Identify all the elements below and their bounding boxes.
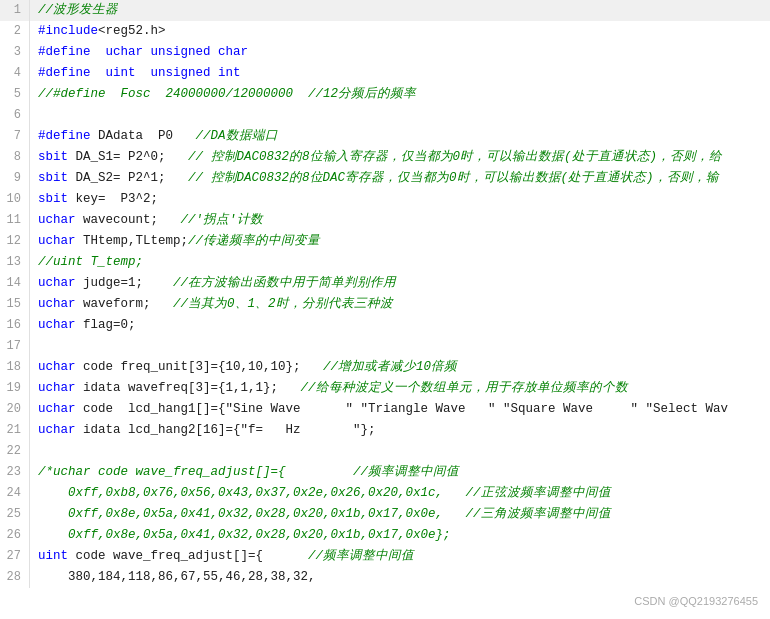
table-row: 9sbit DA_S2= P2^1; // 控制DAC0832的8位DAC寄存器… bbox=[0, 168, 770, 189]
line-number: 20 bbox=[0, 399, 30, 420]
line-number: 18 bbox=[0, 357, 30, 378]
code-token: code lcd_hang1[]={"Sine Wave " "Triangle… bbox=[76, 402, 729, 416]
line-code: uchar idata lcd_hang2[16]={"f= Hz "}; bbox=[30, 420, 771, 441]
line-number: 4 bbox=[0, 63, 30, 84]
table-row: 1//波形发生器 bbox=[0, 0, 770, 21]
code-token: uchar bbox=[38, 213, 76, 227]
line-number: 13 bbox=[0, 252, 30, 273]
code-token: unsigned bbox=[151, 45, 211, 59]
code-token: judge=1; bbox=[76, 276, 174, 290]
line-code: #define uchar unsigned char bbox=[30, 42, 771, 63]
table-row: 19uchar idata wavefreq[3]={1,1,1}; //给每种… bbox=[0, 378, 770, 399]
code-token: /*uchar code wave_freq_adjust[]={ //频率调整… bbox=[38, 465, 459, 479]
table-row: 14uchar judge=1; //在方波输出函数中用于简单判别作用 bbox=[0, 273, 770, 294]
line-number: 7 bbox=[0, 126, 30, 147]
line-code: uchar wavecount; //'拐点'计数 bbox=[30, 210, 771, 231]
line-number: 11 bbox=[0, 210, 30, 231]
table-row: 10sbit key= P3^2; bbox=[0, 189, 770, 210]
code-token: //DA数据端口 bbox=[196, 129, 278, 143]
code-editor: 1//波形发生器2#include<reg52.h>3#define uchar… bbox=[0, 0, 770, 619]
table-row: 23/*uchar code wave_freq_adjust[]={ //频率… bbox=[0, 462, 770, 483]
code-token: flag=0; bbox=[76, 318, 136, 332]
line-code bbox=[30, 441, 771, 462]
code-token: sbit bbox=[38, 171, 68, 185]
code-token: uchar bbox=[38, 423, 76, 437]
table-row: 16uchar flag=0; bbox=[0, 315, 770, 336]
code-token: uchar bbox=[38, 381, 76, 395]
line-number: 12 bbox=[0, 231, 30, 252]
table-row: 13//uint T_temp; bbox=[0, 252, 770, 273]
code-token: code freq_unit[3]={10,10,10}; bbox=[76, 360, 324, 374]
code-token: sbit bbox=[38, 192, 68, 206]
line-number: 2 bbox=[0, 21, 30, 42]
line-number: 5 bbox=[0, 84, 30, 105]
table-row: 3#define uchar unsigned char bbox=[0, 42, 770, 63]
code-token: uint bbox=[106, 66, 136, 80]
line-number: 21 bbox=[0, 420, 30, 441]
line-code: uchar code lcd_hang1[]={"Sine Wave " "Tr… bbox=[30, 399, 771, 420]
code-token bbox=[143, 45, 151, 59]
code-token: #define bbox=[38, 66, 91, 80]
line-number: 25 bbox=[0, 504, 30, 525]
line-code: uint code wave_freq_adjust[]={ //频率调整中间值 bbox=[30, 546, 771, 567]
line-code: uchar judge=1; //在方波输出函数中用于简单判别作用 bbox=[30, 273, 771, 294]
line-number: 3 bbox=[0, 42, 30, 63]
line-code: //#define Fosc 24000000/12000000 //12分频后… bbox=[30, 84, 771, 105]
code-token: #define bbox=[38, 129, 91, 143]
code-token: // 控制DAC0832的8位输入寄存器，仅当都为0时，可以输出数据(处于直通状… bbox=[188, 150, 722, 164]
line-number: 8 bbox=[0, 147, 30, 168]
code-token bbox=[211, 45, 219, 59]
line-code: uchar flag=0; bbox=[30, 315, 771, 336]
code-token: uchar bbox=[38, 297, 76, 311]
code-token: #define bbox=[38, 45, 91, 59]
line-number: 16 bbox=[0, 315, 30, 336]
line-code: //波形发生器 bbox=[30, 0, 771, 21]
line-number: 23 bbox=[0, 462, 30, 483]
line-number: 10 bbox=[0, 189, 30, 210]
line-code: sbit key= P3^2; bbox=[30, 189, 771, 210]
table-row: 26 0xff,0x8e,0x5a,0x41,0x32,0x28,0x20,0x… bbox=[0, 525, 770, 546]
table-row: 24 0xff,0xb8,0x76,0x56,0x43,0x37,0x2e,0x… bbox=[0, 483, 770, 504]
code-token bbox=[136, 66, 151, 80]
code-token: uchar bbox=[38, 360, 76, 374]
line-number: 24 bbox=[0, 483, 30, 504]
code-token bbox=[91, 45, 106, 59]
line-code: #define DАdata P0 //DA数据端口 bbox=[30, 126, 771, 147]
table-row: 17 bbox=[0, 336, 770, 357]
table-row: 22 bbox=[0, 441, 770, 462]
table-row: 4#define uint unsigned int bbox=[0, 63, 770, 84]
code-token: idata wavefreq[3]={1,1,1}; bbox=[76, 381, 301, 395]
table-row: 28 380,184,118,86,67,55,46,28,38,32, bbox=[0, 567, 770, 588]
table-row: 11uchar wavecount; //'拐点'计数 bbox=[0, 210, 770, 231]
line-number: 1 bbox=[0, 0, 30, 21]
code-token: uchar bbox=[106, 45, 144, 59]
line-code: //uint T_temp; bbox=[30, 252, 771, 273]
code-token: //增加或者减少10倍频 bbox=[323, 360, 457, 374]
line-code bbox=[30, 105, 771, 126]
code-token: //在方波输出函数中用于简单判别作用 bbox=[173, 276, 396, 290]
line-code: uchar idata wavefreq[3]={1,1,1}; //给每种波定… bbox=[30, 378, 771, 399]
code-token: uchar bbox=[38, 276, 76, 290]
code-token: // 控制DAC0832的8位DAC寄存器，仅当都为0时，可以输出数据(处于直通… bbox=[188, 171, 719, 185]
line-code: sbit DA_S1= P2^0; // 控制DAC0832的8位输入寄存器，仅… bbox=[30, 147, 771, 168]
line-code: sbit DA_S2= P2^1; // 控制DAC0832的8位DAC寄存器，… bbox=[30, 168, 771, 189]
code-token: DA_S2= P2^1; bbox=[68, 171, 188, 185]
table-row: 12uchar THtemp,TLtemp;//传递频率的中间变量 bbox=[0, 231, 770, 252]
table-row: 6 bbox=[0, 105, 770, 126]
code-token: //传递频率的中间变量 bbox=[188, 234, 320, 248]
code-token: //频率调整中间值 bbox=[308, 549, 414, 563]
code-token: int bbox=[218, 66, 241, 80]
line-code: 0xff,0x8e,0x5a,0x41,0x32,0x28,0x20,0x1b,… bbox=[30, 504, 771, 525]
table-row: 2#include<reg52.h> bbox=[0, 21, 770, 42]
table-row: 21uchar idata lcd_hang2[16]={"f= Hz "}; bbox=[0, 420, 770, 441]
line-number: 22 bbox=[0, 441, 30, 462]
code-token: wavecount; bbox=[76, 213, 181, 227]
line-number: 9 bbox=[0, 168, 30, 189]
code-token: //当其为0、1、2时，分别代表三种波 bbox=[173, 297, 393, 311]
line-code: #define uint unsigned int bbox=[30, 63, 771, 84]
table-row: 25 0xff,0x8e,0x5a,0x41,0x32,0x28,0x20,0x… bbox=[0, 504, 770, 525]
code-token: sbit bbox=[38, 150, 68, 164]
code-token: #include bbox=[38, 24, 98, 38]
line-code: 0xff,0x8e,0x5a,0x41,0x32,0x28,0x20,0x1b,… bbox=[30, 525, 771, 546]
line-number: 28 bbox=[0, 567, 30, 588]
